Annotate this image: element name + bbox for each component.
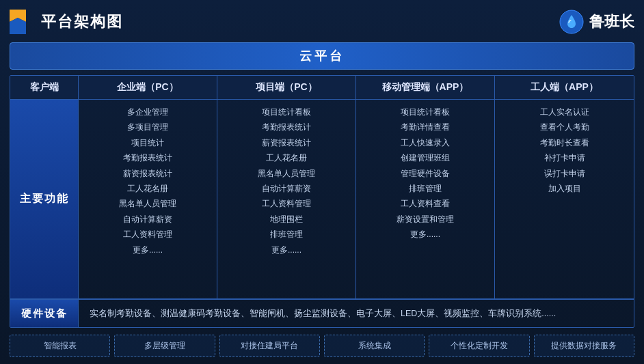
feature-item: 多项目管理 (85, 120, 210, 134)
brand-logo: 鲁班长 (559, 10, 634, 34)
feature-item: 考勤报表统计 (85, 151, 210, 165)
feature-item: 黑名单人员管理 (85, 197, 210, 210)
brand-name: 鲁班长 (589, 12, 634, 32)
service-item-4: 个性化定制开发 (429, 335, 529, 357)
service-item-3: 系统集成 (324, 335, 425, 357)
main-function-label: 主要功能 (10, 100, 79, 299)
feature-item: 更多...... (224, 243, 349, 257)
main-grid: 客户端 企业端（PC） 项目端（PC） 移动管理端（APP） 工人端（APP） … (10, 75, 634, 328)
services-row: 智能报表 多层级管理 对接住建局平台 系统集成 个性化定制开发 提供数据对接服务 (10, 335, 634, 357)
content-row: 主要功能 多企业管理 多项目管理 项目统计 考勤报表统计 薪资报表统计 工人花名… (10, 100, 634, 299)
feature-item: 工人资料管理 (224, 197, 349, 210)
feature-item: 薪资设置和管理 (363, 212, 487, 226)
main-container: 平台架构图 鲁班长 云平台 客户端 企业端（PC） 项目端（PC） 移动管理端（… (0, 0, 644, 364)
hardware-row: 硬件设备 实名制考勤设备、测温健康码考勤设备、智能闸机、扬尘监测设备、电子大屏、… (10, 299, 634, 327)
service-item-1: 多层级管理 (114, 335, 215, 357)
col-header-worker: 工人端（APP） (495, 76, 634, 100)
feature-item: 自动计算薪资 (224, 182, 349, 195)
feature-item: 误打卡申请 (502, 167, 627, 180)
feature-item: 排班管理 (363, 182, 487, 195)
feature-item: 项目统计看板 (224, 105, 349, 119)
hardware-content: 实名制考勤设备、测温健康码考勤设备、智能闸机、扬尘监测设备、电子大屏、LED大屏… (79, 300, 634, 327)
col-header-project: 项目端（PC） (217, 76, 356, 100)
service-item-2: 对接住建局平台 (219, 335, 320, 357)
feature-item: 考勤详情查看 (363, 120, 487, 134)
feature-item: 更多...... (85, 243, 210, 257)
feature-item: 考勤报表统计 (224, 120, 349, 134)
header: 平台架构图 鲁班长 (10, 7, 634, 37)
mobile-features: 项目统计看板 考勤详情查看 工人快速录入 创建管理班组 管理硬件设备 排班管理 … (356, 100, 495, 299)
feature-item: 加入项目 (502, 182, 627, 195)
feature-item: 薪资报表统计 (85, 167, 210, 180)
col-header-mobile: 移动管理端（APP） (356, 76, 495, 100)
feature-item: 工人实名认证 (502, 105, 627, 119)
service-item-0: 智能报表 (10, 335, 110, 357)
feature-item: 项目统计 (85, 136, 210, 150)
feature-item: 薪资报表统计 (224, 136, 349, 150)
feature-item: 工人花名册 (85, 182, 210, 195)
feature-item: 工人资料管理 (85, 227, 210, 241)
feature-item: 更多...... (363, 227, 487, 241)
brand-icon (559, 10, 584, 34)
feature-item: 自动计算薪资 (85, 212, 210, 226)
hardware-label-text: 硬件设备 (21, 307, 68, 320)
worker-features: 工人实名认证 查看个人考勤 考勤时长查看 补打卡申请 误打卡申请 加入项目 (495, 100, 634, 299)
feature-item: 排班管理 (224, 227, 349, 241)
feature-item: 工人快速录入 (363, 136, 487, 150)
feature-item: 查看个人考勤 (502, 120, 627, 134)
col-header-enterprise: 企业端（PC） (79, 76, 217, 100)
hardware-label: 硬件设备 (10, 300, 79, 327)
feature-item: 工人资料查看 (363, 197, 487, 210)
feature-item: 考勤时长查看 (502, 136, 627, 150)
column-headers: 客户端 企业端（PC） 项目端（PC） 移动管理端（APP） 工人端（APP） (10, 76, 634, 100)
header-left: 平台架构图 (10, 10, 123, 34)
feature-item: 项目统计看板 (363, 105, 487, 119)
feature-item: 地理围栏 (224, 212, 349, 226)
feature-item: 工人花名册 (224, 151, 349, 165)
project-features: 项目统计看板 考勤报表统计 薪资报表统计 工人花名册 黑名单人员管理 自动计算薪… (217, 100, 356, 299)
feature-item: 创建管理班组 (363, 151, 487, 165)
feature-item: 补打卡申请 (502, 151, 627, 165)
logo-icon (10, 10, 34, 34)
page-title: 平台架构图 (41, 12, 123, 32)
feature-item: 管理硬件设备 (363, 167, 487, 180)
cloud-banner: 云平台 (10, 42, 634, 70)
service-item-5: 提供数据对接服务 (534, 335, 634, 357)
feature-item: 多企业管理 (85, 105, 210, 119)
feature-item: 黑名单人员管理 (224, 167, 349, 180)
enterprise-features: 多企业管理 多项目管理 项目统计 考勤报表统计 薪资报表统计 工人花名册 黑名单… (79, 100, 217, 299)
main-function-text: 主要功能 (20, 192, 69, 206)
col-header-client: 客户端 (10, 76, 79, 100)
